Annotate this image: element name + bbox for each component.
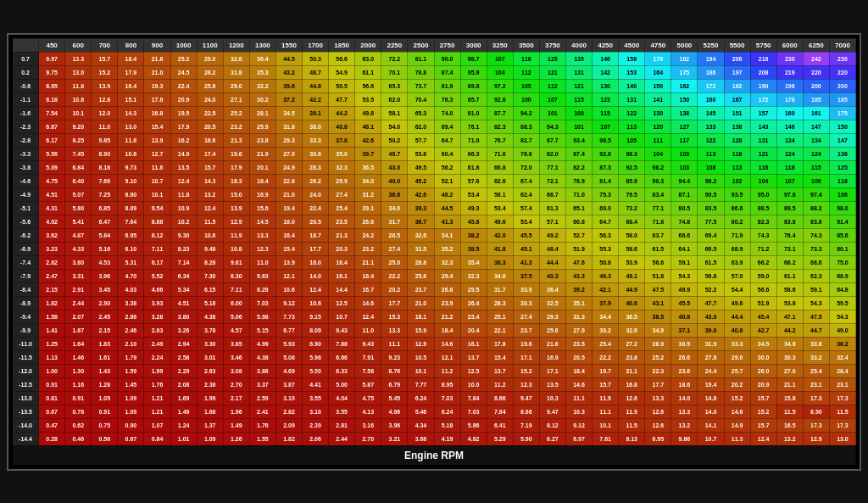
cell: 128 bbox=[724, 133, 750, 147]
cell: 77.5 bbox=[698, 215, 724, 228]
cell: 2.17 bbox=[223, 391, 249, 405]
row-label: 0.2 bbox=[13, 65, 39, 79]
cell: 12.9 bbox=[223, 215, 249, 228]
table-row: -0.68.9511.813.916.419.322.425.829.032.2… bbox=[13, 79, 856, 92]
cell: 1.82 bbox=[39, 296, 65, 310]
cell: 47.6 bbox=[565, 255, 592, 269]
table-row: -3.35.567.458.9010.612.714.917.419.621.9… bbox=[13, 147, 856, 160]
cell: 12.3 bbox=[249, 242, 275, 255]
col-header-4000: 4000 bbox=[565, 38, 592, 52]
cell: 33.3 bbox=[303, 133, 329, 147]
cell: 1.79 bbox=[118, 350, 144, 364]
cell: 13.9 bbox=[223, 201, 249, 215]
cell: 4.38 bbox=[249, 350, 275, 364]
cell: 76.1 bbox=[460, 120, 487, 133]
cell: 3.46 bbox=[223, 350, 249, 364]
cell: 69.4 bbox=[698, 228, 724, 242]
cell: 85.9 bbox=[619, 174, 645, 187]
row-label: -13.0 bbox=[13, 391, 39, 405]
cell: 8.88 bbox=[144, 215, 170, 228]
cell: 0.91 bbox=[39, 377, 65, 391]
cell: 5.07 bbox=[65, 187, 92, 201]
cell: 142 bbox=[593, 65, 619, 79]
cell: 56.2 bbox=[434, 160, 460, 174]
cell: 32.2 bbox=[249, 79, 275, 92]
cell: 44.2 bbox=[776, 323, 803, 337]
cell: 200 bbox=[803, 79, 829, 92]
cell: 6.40 bbox=[65, 174, 92, 187]
cell: 58.6 bbox=[619, 242, 645, 255]
cell: 1.21 bbox=[144, 391, 170, 405]
cell: 178 bbox=[776, 92, 803, 106]
cell: 1.41 bbox=[39, 323, 65, 337]
row-label: -9.4 bbox=[13, 310, 39, 323]
table-row: -2.86.178.259.8511.813.916.218.621.323.8… bbox=[13, 133, 856, 147]
cell: 40.8 bbox=[671, 310, 698, 323]
cell: 25.4 bbox=[593, 337, 619, 350]
cell: 50.3 bbox=[303, 52, 329, 65]
cell: 27.4 bbox=[329, 187, 355, 201]
cell: 2.94 bbox=[170, 337, 197, 350]
row-label: -7.4 bbox=[13, 255, 39, 269]
cell: 8.95 bbox=[39, 79, 65, 92]
cell: 16.7 bbox=[355, 282, 381, 296]
cell: 53.4 bbox=[460, 187, 487, 201]
cell: 81.9 bbox=[434, 79, 460, 92]
cell: 16.9 bbox=[249, 187, 275, 201]
cell: 3.55 bbox=[329, 405, 355, 418]
cell: 46.3 bbox=[593, 269, 619, 282]
cell: 8.95 bbox=[434, 377, 460, 391]
cell: 66.6 bbox=[671, 228, 698, 242]
cell: 35.1 bbox=[565, 296, 592, 310]
col-header-4750: 4750 bbox=[645, 38, 671, 52]
cell: 10.6 bbox=[197, 228, 223, 242]
cell: 10.2 bbox=[170, 215, 197, 228]
cell: 80.1 bbox=[829, 242, 855, 255]
cell: 43.1 bbox=[645, 296, 671, 310]
cell: 15.1 bbox=[118, 92, 144, 106]
cell: 75.0 bbox=[829, 255, 855, 269]
cell: 8.90 bbox=[803, 405, 829, 418]
cell: 131 bbox=[619, 92, 645, 106]
cell: 182 bbox=[724, 79, 750, 92]
cell: 23.8 bbox=[619, 350, 645, 364]
cell: 65.3 bbox=[408, 106, 434, 120]
cell: 7.88 bbox=[329, 337, 355, 350]
cell: 13.0 bbox=[829, 432, 855, 445]
cell: 4.33 bbox=[65, 242, 92, 255]
cell: 11.9 bbox=[593, 391, 619, 405]
cell: 11.6 bbox=[144, 160, 170, 174]
cell: 61.5 bbox=[645, 242, 671, 255]
cell: 81.0 bbox=[460, 106, 487, 120]
cell: 14.0 bbox=[671, 391, 698, 405]
cell: 98.5 bbox=[593, 133, 619, 147]
cell: 2.59 bbox=[249, 391, 275, 405]
cell: 172 bbox=[750, 92, 776, 106]
cell: 23.2 bbox=[223, 120, 249, 133]
cell: 80.2 bbox=[724, 215, 750, 228]
cell: 83.4 bbox=[645, 187, 671, 201]
cell: 15.8 bbox=[776, 391, 803, 405]
cell: 26.6 bbox=[671, 350, 698, 364]
cell: 13.7 bbox=[487, 364, 513, 377]
cell: 1.96 bbox=[223, 405, 249, 418]
cell: 17.7 bbox=[645, 377, 671, 391]
cell: 12.4 bbox=[750, 432, 776, 445]
cell: 11.1 bbox=[593, 405, 619, 418]
cell: 18.4 bbox=[565, 364, 592, 377]
cell: 5.96 bbox=[303, 350, 329, 364]
cell: 28.4 bbox=[829, 364, 855, 377]
cell: 43.3 bbox=[565, 269, 592, 282]
cell: 66.7 bbox=[539, 187, 565, 201]
cell: 15.9 bbox=[408, 323, 434, 337]
cell: 3.23 bbox=[39, 242, 65, 255]
cell: 78.8 bbox=[408, 65, 434, 79]
cell: 16.2 bbox=[170, 133, 197, 147]
cell: 2.10 bbox=[118, 337, 144, 350]
cell: 7.91 bbox=[355, 350, 381, 364]
col-header-6000: 6000 bbox=[776, 38, 803, 52]
cell: 82.2 bbox=[565, 160, 592, 174]
cell: 25.7 bbox=[724, 364, 750, 377]
cell: 130 bbox=[645, 106, 671, 120]
col-header-1850: 1850 bbox=[329, 38, 355, 52]
